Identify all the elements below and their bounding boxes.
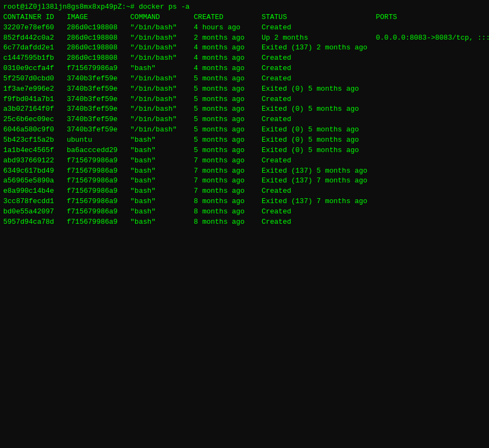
table-row: 0310e9ccfa4f f715679986a9 "bash" 4 month… [3, 64, 486, 74]
table-row: a56965e5890a f715679986a9 "bash" 7 month… [3, 176, 486, 186]
table-row: e8a990c14b4e f715679986a9 "bash" 7 month… [3, 186, 486, 197]
table-row: 25c6b6ec09ec 3740b3fef59e "/bin/bash" 5 … [3, 115, 486, 125]
terminal-window: root@iZ0jl38ljn8gs8mx8xp49pZ:~# docker p… [0, 0, 489, 448]
table-row: 6046a580c9f0 3740b3fef59e "/bin/bash" 5 … [3, 125, 486, 135]
table-row: 852fd442c0a2 286d0c198808 "/bin/bash" 2 … [3, 33, 486, 43]
table-row: 6c77dafdd2e1 286d0c198808 "/bin/bash" 4 … [3, 43, 486, 53]
column-header: CONTAINER ID IMAGE COMMAND CREATED STATU… [3, 12, 486, 23]
table-row: 6349c617bd49 f715679986a9 "bash" 7 month… [3, 166, 486, 176]
table-row: 5957d94ca78d f715679986a9 "bash" 8 month… [3, 217, 486, 228]
table-row: 1f3ae7e996e2 3740b3fef59e "/bin/bash" 5 … [3, 84, 486, 94]
table-row: 32207e78ef60 286d0c198808 "/bin/bash" 4 … [3, 23, 486, 33]
table-row: 3cc878fecdd1 f715679986a9 "bash" 8 month… [3, 197, 486, 207]
table-row: c1447595b1fb 286d0c198808 "/bin/bash" 4 … [3, 53, 486, 64]
table-row: abd937669122 f715679986a9 "bash" 7 month… [3, 156, 486, 166]
table-row: f9fbd041a7b1 3740b3fef59e "/bin/bash" 5 … [3, 94, 486, 105]
table-row: 1a1b4ec4565f ba6acccedd29 "bash" 5 month… [3, 146, 486, 156]
table-row: 5b423cf15a2b ubuntu "bash" 5 months ago … [3, 135, 486, 146]
table-row: bd0e55a42097 f715679986a9 "bash" 8 month… [3, 207, 486, 217]
prompt-line: root@iZ0jl38ljn8gs8mx8xp49pZ:~# docker p… [3, 2, 486, 12]
table-row: 5f2507d0cbd0 3740b3fef59e "/bin/bash" 5 … [3, 74, 486, 84]
table-row: a3b027164f0f 3740b3fef59e "/bin/bash" 5 … [3, 104, 486, 115]
